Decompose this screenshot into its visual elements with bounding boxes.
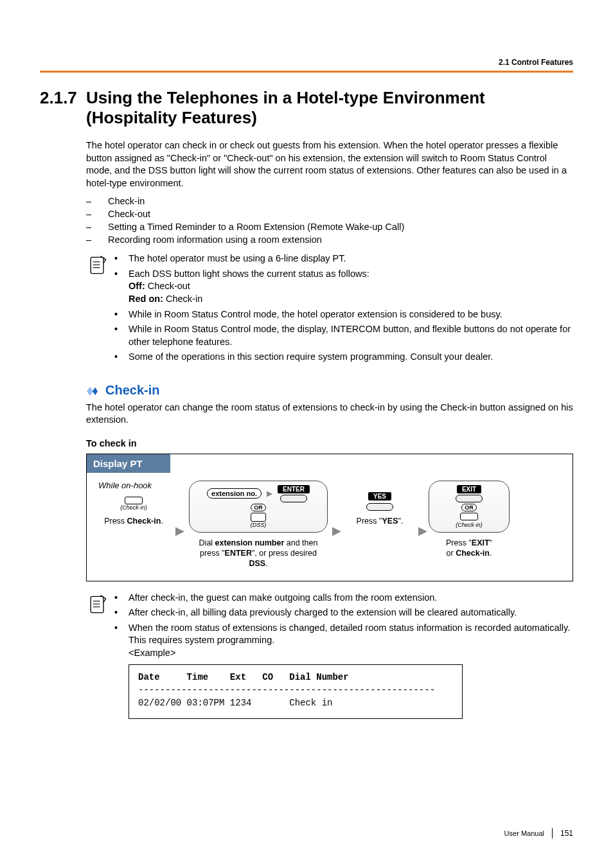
- intro-paragraph: The hotel operator can check in or check…: [86, 139, 573, 190]
- note-icon: [86, 251, 114, 365]
- exit-button-graphic: EXIT: [457, 485, 481, 493]
- header-rule: [40, 71, 573, 73]
- softkey-icon: [280, 495, 307, 502]
- yes-button-graphic: YES: [368, 492, 391, 500]
- enter-button-graphic: ENTER: [278, 485, 310, 493]
- flex-button-icon: [460, 513, 478, 520]
- feature-item: Recording room information using a room …: [86, 233, 573, 246]
- note-item: While in Room Status Control mode, the h…: [114, 307, 573, 323]
- step3-caption: Press "YES".: [357, 516, 404, 526]
- svg-rect-6: [91, 596, 103, 612]
- note-item: Some of the operations in this section r…: [114, 350, 573, 365]
- dss-sublabel: (DSS): [251, 522, 267, 528]
- checkin-desc: The hotel operator can change the room s…: [86, 402, 573, 427]
- example-output-box: Date Time Ext CO Dial Number -----------…: [129, 664, 463, 719]
- diagram-title: Display PT: [87, 454, 170, 473]
- arrow-icon: ▶: [332, 512, 341, 538]
- note-item: When the room status of extensions is ch…: [114, 621, 573, 661]
- note-item: The hotel operator must be using a 6-lin…: [114, 251, 573, 267]
- or-label: OR: [461, 504, 477, 511]
- svg-rect-0: [91, 258, 103, 274]
- softkey-icon: [456, 495, 483, 502]
- section-number: 2.1.7: [40, 88, 86, 128]
- checkin-heading: Check-in: [105, 383, 159, 398]
- procedure-diagram: Display PT While on-hook (Check-in) Pres…: [86, 454, 573, 581]
- section-title: Using the Telephones in a Hotel-type Env…: [86, 88, 573, 128]
- note-item: While in Room Status Control mode, the d…: [114, 322, 573, 350]
- svg-marker-5: [93, 387, 98, 395]
- checkin-sublabel: (Check-in): [456, 522, 483, 528]
- to-check-in-heading: To check in: [86, 438, 573, 448]
- feature-item: Check-in: [86, 195, 573, 208]
- footer-manual-label: User Manual: [504, 829, 544, 837]
- step2-caption: Dial extension number and then press "EN…: [191, 538, 326, 569]
- footer-separator: [552, 828, 553, 838]
- diamond-icon: [86, 385, 100, 395]
- arrow-icon: ▶: [175, 512, 184, 538]
- dss-button-icon: [251, 513, 266, 522]
- note-item: After check-in, the guest can make outgo…: [114, 590, 573, 606]
- ext-no-pill: extension no.: [207, 488, 262, 499]
- note-icon: [86, 590, 114, 661]
- feature-item: Setting a Timed Reminder to a Room Exten…: [86, 220, 573, 233]
- step4-caption: Press "EXIT"or Check-in.: [446, 538, 492, 559]
- note-item: After check-in, all billing data previou…: [114, 605, 573, 621]
- svg-marker-4: [87, 387, 93, 395]
- softkey-icon: [366, 503, 393, 511]
- or-label: OR: [251, 504, 266, 511]
- checkin-sublabel: (Check-in): [120, 504, 147, 511]
- while-on-hook-label: While on-hook: [98, 481, 152, 490]
- header-breadcrumb: 2.1 Control Features: [40, 58, 573, 67]
- note-item: Each DSS button light shows the current …: [114, 267, 573, 307]
- feature-item: Check-out: [86, 208, 573, 220]
- page-number: 151: [560, 829, 573, 838]
- flex-button-icon: [125, 497, 143, 504]
- step1-caption: Press Check-in.: [104, 516, 163, 526]
- arrow-icon: ▶: [418, 512, 427, 538]
